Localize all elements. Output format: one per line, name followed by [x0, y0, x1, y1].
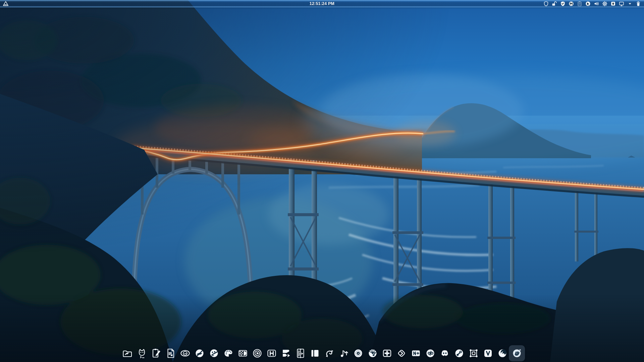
- picard-icon: [324, 348, 334, 358]
- libreoffice-writer-icon: [166, 348, 176, 358]
- wallpaper-bixby-bridge-dusk: [0, 0, 644, 362]
- volume-icon: [594, 1, 599, 6]
- dock-item-libreoffice-writer[interactable]: [166, 348, 176, 358]
- tray-settings[interactable]: [602, 1, 607, 6]
- diamond-play-icon: [396, 348, 407, 358]
- dock-item-qbittorrent[interactable]: [425, 348, 435, 358]
- unlocked-padlock-icon: [552, 1, 557, 6]
- trash-icon: [636, 1, 641, 6]
- waveform-editor-icon: [296, 348, 306, 358]
- sound-juicer-icon: [368, 348, 378, 358]
- dock-item-gimp[interactable]: [209, 348, 219, 358]
- tray-letter-m-vpn[interactable]: [569, 1, 574, 6]
- audio-cd-icon: [353, 348, 363, 358]
- dock-item-foliate-ebook-reader[interactable]: [310, 348, 320, 358]
- app-menu-button[interactable]: [2, 0, 9, 7]
- dock-item-musicbrainz-picard[interactable]: [324, 348, 334, 358]
- shield-check-icon: [560, 1, 566, 6]
- mpv-player-icon: [252, 348, 262, 358]
- dock-item-haruna-media-player[interactable]: [267, 348, 277, 358]
- qbittorrent-icon: [425, 348, 435, 358]
- tray-package-update[interactable]: [610, 1, 616, 6]
- dock-item-video-transcoder[interactable]: [238, 348, 248, 358]
- shield-icon: [543, 1, 549, 6]
- kitty-terminal-icon: [137, 348, 147, 358]
- steam-icon: [454, 348, 464, 358]
- music-note-up-icon: [339, 348, 349, 358]
- dock-item-nicotine-plus[interactable]: [411, 348, 421, 358]
- gwenview-image-viewer-icon: [180, 348, 190, 358]
- kate-text-editor-icon: [151, 348, 161, 358]
- dock-item-audio-cd[interactable]: [353, 348, 363, 358]
- vivaldi-icon: [483, 348, 493, 358]
- nicotine-plus-icon: [411, 348, 421, 358]
- dock-item-sound-juicer[interactable]: [368, 348, 378, 358]
- clipboard-icon: [577, 1, 582, 6]
- atlauncher-icon: [469, 348, 479, 358]
- tray-shield-security[interactable]: [543, 1, 549, 6]
- dock-item-zen-browser[interactable]: [497, 348, 507, 358]
- discord-icon: [440, 348, 450, 358]
- dock-item-flowblade-video-editor[interactable]: [281, 348, 291, 358]
- distro-logo-icon: [3, 1, 9, 7]
- gear-icon: [602, 1, 607, 6]
- dock-item-librewolf-browser[interactable]: [512, 348, 522, 358]
- dock-item-atlauncher[interactable]: [469, 348, 479, 358]
- mkvtoolnix-icon: [382, 348, 392, 358]
- top-panel: 12:51:24 PM: [0, 0, 644, 7]
- haruna-player-icon: [267, 348, 277, 358]
- dock-item-kate-text-editor[interactable]: [151, 348, 161, 358]
- dock-item-steam[interactable]: [454, 348, 464, 358]
- tray-cursor-tool[interactable]: [585, 1, 591, 6]
- dock-item-mkvtoolnix[interactable]: [382, 348, 392, 358]
- gimp-icon: [209, 348, 219, 358]
- dock-item-kitty-terminal[interactable]: [137, 348, 147, 358]
- desktop[interactable]: 12:51:24 PM: [0, 0, 644, 362]
- librewolf-icon: [512, 348, 522, 358]
- tray-unlocked-padlock[interactable]: [552, 1, 557, 6]
- dock-item-gwenview-image-viewer[interactable]: [180, 348, 190, 358]
- tray-display-settings[interactable]: [619, 1, 624, 6]
- tray-shield-check[interactable]: [560, 1, 566, 6]
- dock-item-diamond-play-media-app[interactable]: [396, 348, 407, 358]
- dock-item-vivaldi-browser[interactable]: [483, 348, 493, 358]
- cursor-circle-icon: [585, 1, 591, 6]
- tray-clipboard-manager[interactable]: [577, 1, 582, 6]
- tray-volume[interactable]: [594, 1, 599, 6]
- chevron-down-icon: [627, 1, 633, 6]
- krita-icon: [195, 348, 205, 358]
- package-update-icon: [610, 1, 616, 6]
- dock-item-discord[interactable]: [440, 348, 450, 358]
- tray-trash[interactable]: [636, 1, 641, 6]
- dock-item-mpv-media-player[interactable]: [252, 348, 262, 358]
- letter-m-circle-icon: [569, 1, 574, 6]
- dolphin-file-manager-icon: [122, 348, 132, 358]
- dock: [0, 348, 644, 358]
- zen-browser-icon: [497, 348, 507, 358]
- video-transcoder-icon: [238, 348, 248, 358]
- flowblade-icon: [281, 348, 291, 358]
- tray-expander[interactable]: [627, 1, 633, 6]
- clock[interactable]: 12:51:24 PM: [310, 0, 334, 7]
- system-tray: [543, 1, 644, 6]
- dock-item-color-palette[interactable]: [223, 348, 233, 358]
- color-palette-icon: [223, 348, 233, 358]
- dock-item-subtitle-waveform-editor[interactable]: [296, 348, 306, 358]
- dock-item-music-note-converter[interactable]: [339, 348, 349, 358]
- display-icon: [619, 1, 624, 6]
- dock-item-dolphin-file-manager[interactable]: [122, 348, 132, 358]
- dock-item-krita[interactable]: [195, 348, 205, 358]
- ebook-reader-icon: [310, 348, 320, 358]
